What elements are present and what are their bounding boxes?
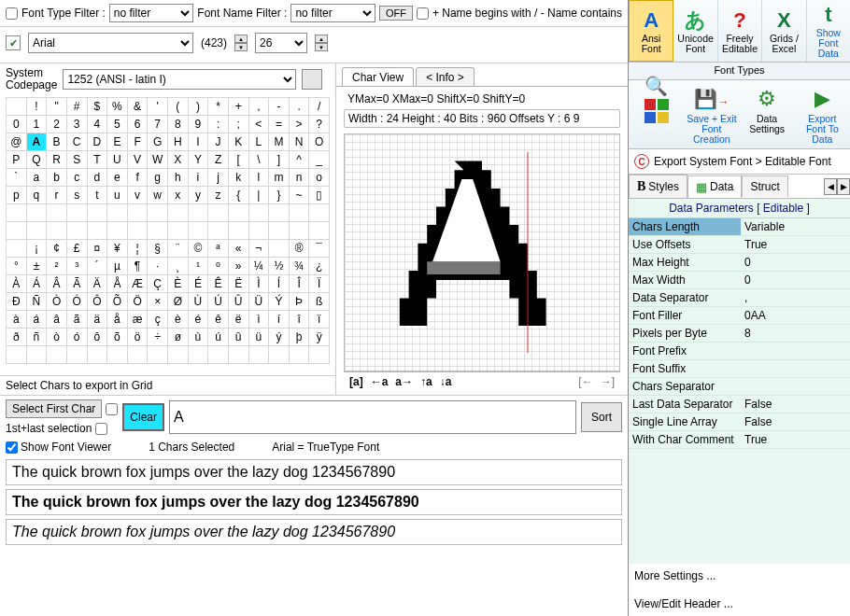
char-cell[interactable]: Ë [228,275,248,293]
char-cell[interactable]: J [208,133,229,151]
char-cell[interactable]: > [289,116,309,133]
param-value[interactable]: 0 [741,254,850,271]
char-cell[interactable]: F [127,133,148,151]
char-cell[interactable]: ª [208,240,229,258]
char-cell[interactable]: . [289,98,309,116]
char-cell[interactable]: 4 [87,116,107,133]
char-cell[interactable]: e [107,169,128,187]
char-cell[interactable]: æ [127,311,148,329]
param-row[interactable]: Pixels per Byte8 [629,325,850,343]
char-cell[interactable]: ù [188,329,208,346]
char-cell[interactable]: ; [228,116,248,133]
char-cell[interactable]: u [107,187,128,204]
param-value[interactable]: False [741,413,850,430]
char-cell[interactable]: ö [127,329,148,346]
char-cell[interactable]: { [228,187,248,204]
char-cell[interactable]: A [26,133,47,151]
char-cell[interactable] [248,204,269,222]
char-cell[interactable]: Q [26,151,47,169]
char-grid[interactable]: !"#$%&'()*+,-./0123456789:;<=>?@ABCDEFGH… [0,95,335,375]
char-cell[interactable]: 1 [26,116,47,133]
param-value[interactable] [741,360,850,377]
char-cell[interactable]: ▯ [309,187,330,204]
char-cell[interactable]: Í [269,275,290,293]
char-cell[interactable]: ¬ [248,240,269,258]
char-cell[interactable]: Ñ [26,293,47,311]
clear-button[interactable]: Clear [122,403,164,431]
char-cell[interactable]: ã [66,311,87,329]
char-cell[interactable] [7,98,27,116]
char-cell[interactable] [289,346,309,364]
char-cell[interactable]: È [168,275,189,293]
char-cell[interactable]: ý [269,329,290,346]
char-cell[interactable]: q [26,187,47,204]
char-cell[interactable]: · [148,258,168,275]
char-cell[interactable]: ê [208,311,229,329]
char-cell[interactable] [7,204,27,222]
char-cell[interactable]: Ø [168,293,189,311]
char-cell[interactable]: ¸ [168,258,189,275]
ribbon-export-font-button[interactable]: ▶ Export Font To Data [795,82,850,147]
char-cell[interactable]: É [188,275,208,293]
char-cell[interactable]: " [47,98,67,116]
codepage-select[interactable]: 1252 (ANSI - latin I) [63,69,296,90]
char-pixel-canvas[interactable] [344,133,620,371]
char-cell[interactable]: 5 [107,116,128,133]
char-cell[interactable] [289,204,309,222]
char-cell[interactable]: p [7,187,27,204]
char-cell[interactable]: ò [47,329,67,346]
char-cell[interactable] [289,222,309,240]
param-row[interactable]: With Char CommentTrue [629,431,850,449]
tab-struct[interactable]: Struct [742,175,787,197]
char-cell[interactable] [248,222,269,240]
param-row[interactable]: Single Line ArrayFalse [629,413,850,431]
char-cell[interactable]: [ [228,151,248,169]
char-cell[interactable]: ^ [289,151,309,169]
char-cell[interactable]: å [107,311,128,329]
char-cell[interactable]: ± [26,258,47,275]
tab-data[interactable]: ▦Data [687,175,742,198]
param-row[interactable]: Font Filler0AA [629,307,850,325]
char-cell[interactable]: Ü [248,293,269,311]
char-cell[interactable]: ñ [26,329,47,346]
char-cell[interactable]: ¤ [87,240,107,258]
char-cell[interactable]: D [87,133,107,151]
ribbon-ansi-font-button[interactable]: AAnsi Font [629,0,673,62]
char-cell[interactable] [47,222,67,240]
char-cell[interactable]: Ï [309,275,330,293]
char-cell[interactable]: ü [248,329,269,346]
char-cell[interactable] [107,204,128,222]
char-cell[interactable]: ¡ [26,240,47,258]
codepage-extra-button[interactable] [302,69,322,90]
char-cell[interactable]: 9 [188,116,208,133]
char-cell[interactable]: % [107,98,128,116]
char-cell[interactable]: w [148,187,168,204]
char-cell[interactable] [66,346,87,364]
char-cell[interactable] [188,222,208,240]
ribbon-search-colors-button[interactable]: 🔍 [629,82,684,147]
font-size-down-button[interactable]: ▼ [315,43,328,51]
char-cell[interactable]: G [148,133,168,151]
char-cell[interactable]: o [309,169,330,187]
char-cell[interactable]: î [289,311,309,329]
char-cell[interactable]: ` [7,169,27,187]
char-cell[interactable] [168,204,189,222]
param-value[interactable]: 8 [741,325,850,342]
char-cell[interactable]: µ [107,258,128,275]
char-cell[interactable] [127,346,148,364]
char-cell[interactable] [269,222,290,240]
char-cell[interactable]: x [168,187,189,204]
char-cell[interactable]: Å [107,275,128,293]
name-begins-checkbox[interactable] [417,7,429,20]
char-cell[interactable]: 0 [7,116,27,133]
char-cell[interactable]: 3 [66,116,87,133]
cv-zoom-out-button[interactable]: [← [576,375,594,388]
char-cell[interactable] [107,346,128,364]
char-cell[interactable] [66,204,87,222]
font-name-select[interactable]: Arial [28,33,193,53]
cv-zoom-in-button[interactable]: →] [599,375,616,388]
char-cell[interactable]: ¶ [127,258,148,275]
char-cell[interactable]: Þ [289,293,309,311]
char-cell[interactable]: Î [289,275,309,293]
char-cell[interactable]: « [228,240,248,258]
